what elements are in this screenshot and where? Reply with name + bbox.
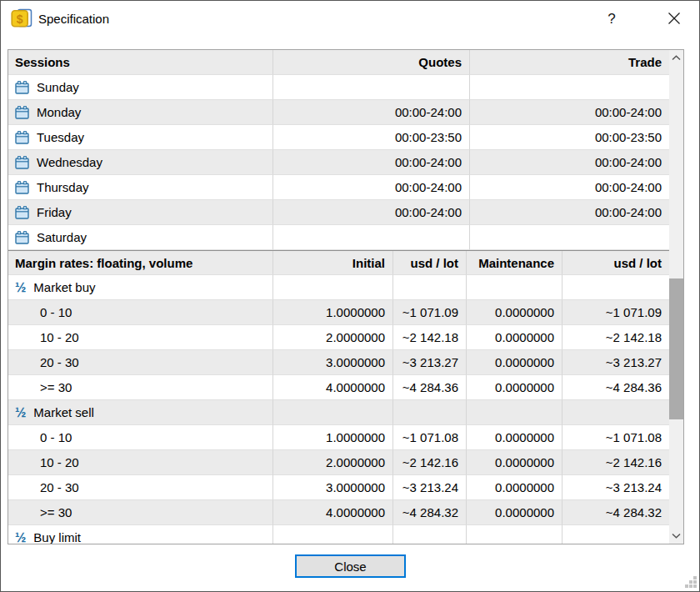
initial-cell: 4.0000000 [273,500,393,525]
close-button[interactable]: Close [295,554,406,578]
margin-group-row: ½Market sell [8,400,669,425]
group-label-cell: ½Market sell [8,400,273,425]
initial-cell: 2.0000000 [273,450,393,475]
vertical-scrollbar[interactable] [669,50,683,544]
margin-title-cell: Margin rates: floating, volume [8,251,273,275]
quotes-cell: 00:00-24:00 [273,100,470,125]
maintenance-usd-cell: ~2 142.18 [562,325,669,350]
initial-usd-cell: ~4 284.36 [393,375,467,400]
help-button[interactable]: ? [601,8,622,30]
maintenance-usd-cell: ~1 071.09 [562,300,669,325]
close-window-button[interactable] [668,12,681,25]
specification-dialog: $ Specification ? Sessions Quotes Trade … [0,0,700,592]
initial-header-cell[interactable]: Initial [273,251,393,275]
maintenance-cell-text: 0.0000000 [495,455,554,469]
initial-usd-cell [393,400,467,425]
margin-header-row: Margin rates: floating, volume Initial u… [8,250,669,275]
initial-usd-cell: ~1 071.09 [393,300,467,325]
maintenance-usd-cell-text: ~1 071.08 [606,430,662,444]
maintenance-usd-cell-text: ~3 213.24 [606,480,662,494]
quotes-cell [273,75,470,100]
maintenance-usd-cell: ~4 284.32 [562,500,669,525]
quotes-cell-text: 00:00-24:00 [395,105,462,119]
day-cell-text: Tuesday [37,130,84,144]
trade-cell-text: 00:00-24:00 [595,155,662,169]
trade-header-cell[interactable]: Trade [470,50,669,75]
margin-rate-row: 0 - 101.0000000~1 071.080.0000000~1 071.… [8,425,669,450]
initial-cell [273,400,393,425]
titlebar: $ Specification ? [1,1,699,39]
margin-group-row: ½Buy limit [8,525,669,544]
session-row: Sunday [8,75,669,100]
session-row: Tuesday00:00-23:5000:00-23:50 [8,125,669,150]
trade-cell-text: 00:00-24:00 [595,205,662,219]
session-row: Monday00:00-24:0000:00-24:00 [8,100,669,125]
quotes-cell-text: 00:00-24:00 [395,205,462,219]
close-icon [668,12,681,25]
session-row: Saturday [8,225,669,250]
day-cell: Thursday [8,175,273,200]
initial-usd-cell-text: ~3 213.24 [402,480,458,494]
calendar-icon [15,106,29,119]
group-label-cell: ½Buy limit [8,525,273,544]
maintenance-cell: 0.0000000 [467,500,562,525]
maintenance-cell-text: 0.0000000 [495,330,554,344]
trade-cell: 00:00-24:00 [470,175,669,200]
group-label-cell-text: Buy limit [33,530,81,544]
maintenance-cell [467,275,562,300]
maintenance-usd-cell-text: ~2 142.16 [606,455,662,469]
trade-cell-text: 00:00-24:00 [595,180,662,194]
margin-rate-row: >= 304.0000000~4 284.320.0000000~4 284.3… [8,500,669,525]
range-cell: 0 - 10 [8,300,273,325]
maintenance-cell: 0.0000000 [467,425,562,450]
maintenance-cell: 0.0000000 [467,350,562,375]
range-cell: 20 - 30 [8,475,273,500]
initial-cell: 2.0000000 [273,325,393,350]
table-rows: Sessions Quotes Trade Sunday Monday00:00… [8,50,669,544]
maintenance-usd-cell [562,400,669,425]
range-cell-text: 0 - 10 [40,430,72,444]
initial-cell: 1.0000000 [273,425,393,450]
day-cell: Friday [8,200,273,225]
scroll-down-button[interactable] [669,529,683,543]
scroll-up-button[interactable] [669,51,683,65]
maintenance-cell: 0.0000000 [467,300,562,325]
initial-usd-cell: ~3 213.27 [393,350,467,375]
maintenance-usd-cell-text: ~3 213.27 [606,355,662,369]
quotes-cell: 00:00-23:50 [273,125,470,150]
initial-cell-text: 2.0000000 [326,455,385,469]
group-label-cell-text: Market buy [33,280,95,294]
maintenance-usd-cell-text: ~1 071.09 [606,305,662,319]
range-cell-text: >= 30 [40,505,72,519]
quotes-cell: 00:00-24:00 [273,200,470,225]
sessions-header-row: Sessions Quotes Trade [8,50,669,75]
initial-usd-cell: ~2 142.16 [393,450,467,475]
range-cell-text: 10 - 20 [40,455,79,469]
initial-usd-cell-text: ~4 284.36 [402,380,458,394]
session-row: Thursday00:00-24:0000:00-24:00 [8,175,669,200]
range-cell-text: 0 - 10 [40,305,72,319]
maintenance-header-cell[interactable]: Maintenance [467,251,562,275]
trade-cell-text: 00:00-23:50 [595,130,662,144]
maintenance-usd-cell: ~4 284.36 [562,375,669,400]
calendar-icon [15,131,29,144]
calendar-icon [15,156,29,169]
resize-grip[interactable] [685,576,697,588]
svg-text:$: $ [17,13,23,26]
quotes-header-cell[interactable]: Quotes [273,50,470,75]
scrollbar-thumb[interactable] [669,278,683,419]
margin-rate-row: 10 - 202.0000000~2 142.160.0000000~2 142… [8,450,669,475]
trade-cell: 00:00-24:00 [470,100,669,125]
initial-usd-cell: ~2 142.18 [393,325,467,350]
day-cell-text: Monday [37,105,81,119]
initial-unit-header-cell[interactable]: usd / lot [393,251,467,275]
initial-usd-cell: ~1 071.08 [393,425,467,450]
initial-usd-cell-text: ~1 071.09 [402,305,458,319]
maintenance-cell: 0.0000000 [467,375,562,400]
initial-usd-cell-text: ~3 213.27 [402,355,458,369]
margin-rate-row: >= 304.0000000~4 284.360.0000000~4 284.3… [8,375,669,400]
day-cell: Saturday [8,225,273,250]
quotes-cell: 00:00-24:00 [273,150,470,175]
maintenance-unit-header-cell[interactable]: usd / lot [562,251,669,275]
trade-cell: 00:00-24:00 [470,200,669,225]
